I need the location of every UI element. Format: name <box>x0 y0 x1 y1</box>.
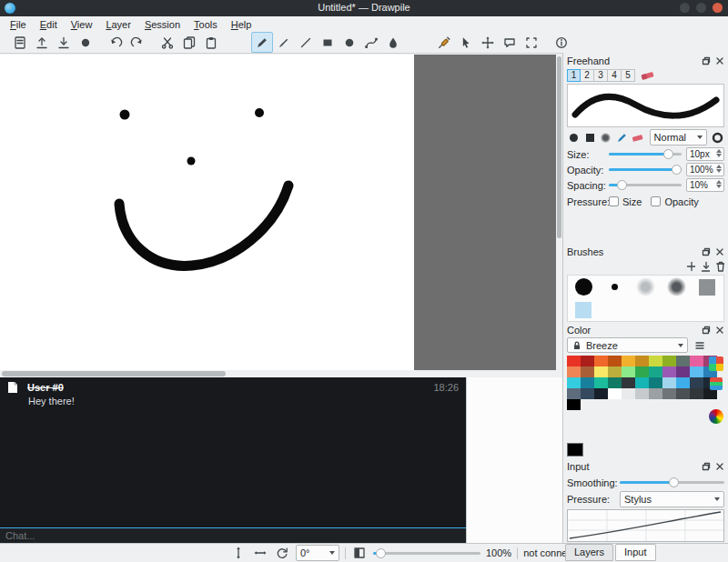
palette-swatch[interactable] <box>676 388 690 399</box>
indirect-mode-icon[interactable] <box>711 131 725 145</box>
eraser-slot-icon[interactable] <box>640 69 656 82</box>
colorpicker-tool-button[interactable] <box>433 32 455 53</box>
menu-help[interactable]: Help <box>225 18 258 31</box>
inspector-tool-button[interactable] <box>551 32 572 53</box>
line-tool-button[interactable] <box>295 32 317 53</box>
palette-swatch[interactable] <box>567 399 581 410</box>
palette-swatch[interactable] <box>594 388 608 399</box>
blend-mode-combo[interactable]: Normal <box>650 129 707 146</box>
palette-swatch[interactable] <box>622 377 635 388</box>
brush-preset[interactable] <box>599 276 630 298</box>
close-dock-icon[interactable] <box>714 246 724 256</box>
redo-button[interactable] <box>126 32 148 53</box>
eraser-mode-icon[interactable] <box>631 131 645 145</box>
horizontal-scrollbar[interactable] <box>0 370 556 377</box>
zoom-frame-tool-button[interactable] <box>521 32 542 53</box>
opacity-slider-handle[interactable] <box>672 165 682 175</box>
palette-swatch[interactable] <box>690 388 703 399</box>
float-dock-icon[interactable] <box>701 246 711 256</box>
color-sliders-tab-icon[interactable] <box>710 377 723 390</box>
palette-swatch[interactable] <box>594 377 608 388</box>
brush-preset[interactable] <box>630 276 661 298</box>
chat-input[interactable] <box>0 527 466 543</box>
palette-swatch[interactable] <box>635 377 649 388</box>
palette-swatch[interactable] <box>567 377 581 388</box>
minimize-button[interactable] <box>680 3 690 13</box>
close-dock-icon[interactable] <box>714 461 724 471</box>
menu-view[interactable]: View <box>65 18 99 31</box>
move-tool-button[interactable] <box>477 32 499 53</box>
horizontal-scrollbar-handle[interactable] <box>2 371 226 376</box>
paste-button[interactable] <box>200 32 222 53</box>
brush-slot-3[interactable]: 3 <box>594 69 608 82</box>
palette-swatch[interactable] <box>567 366 581 377</box>
new-image-button[interactable] <box>9 32 31 53</box>
maximize-button[interactable] <box>696 3 706 13</box>
brush-preset[interactable] <box>692 276 723 298</box>
cut-button[interactable] <box>157 32 178 53</box>
menu-tools[interactable]: Tools <box>187 18 224 31</box>
zoom-slider-handle[interactable] <box>376 548 386 558</box>
zoom-slider[interactable] <box>373 547 480 560</box>
color-wheel-tab-icon[interactable] <box>709 409 723 424</box>
float-dock-icon[interactable] <box>701 461 711 471</box>
smoothing-slider[interactable] <box>620 476 724 489</box>
palette-swatch[interactable] <box>649 356 662 366</box>
palette-menu-icon[interactable] <box>692 338 708 353</box>
pressure-curve[interactable] <box>567 509 724 542</box>
palette-swatch[interactable] <box>690 356 703 366</box>
menu-edit[interactable]: Edit <box>34 18 64 31</box>
palette-swatch[interactable] <box>690 377 703 388</box>
current-color-swatch[interactable] <box>567 443 583 457</box>
laser-tool-button[interactable] <box>499 32 521 53</box>
open-button[interactable] <box>31 32 53 53</box>
opacity-slider[interactable] <box>609 163 682 176</box>
palette-swatch[interactable] <box>594 366 608 377</box>
menu-layer[interactable]: Layer <box>99 18 137 31</box>
pixel-grid-icon[interactable] <box>351 546 368 561</box>
record-button[interactable] <box>75 32 96 53</box>
float-dock-icon[interactable] <box>701 325 711 335</box>
palette-swatch[interactable] <box>567 356 581 366</box>
soft-brush-icon[interactable] <box>599 131 613 145</box>
pixel-pen-icon[interactable] <box>615 131 630 145</box>
close-dock-icon[interactable] <box>714 325 724 335</box>
brush-slot-4[interactable]: 4 <box>608 69 622 82</box>
palette-swatch[interactable] <box>608 366 622 377</box>
delete-brush-icon[interactable] <box>714 261 724 271</box>
palette-swatch[interactable] <box>622 388 635 399</box>
ellipse-tool-button[interactable] <box>339 32 360 53</box>
palette-swatch[interactable] <box>581 388 594 399</box>
palette-swatch[interactable] <box>676 356 690 366</box>
fill-tool-button[interactable] <box>382 32 404 53</box>
smoothing-slider-handle[interactable] <box>669 477 679 487</box>
size-slider[interactable] <box>609 147 682 161</box>
menu-file[interactable]: File <box>4 18 33 31</box>
pressure-size-checkbox[interactable] <box>609 196 619 206</box>
menu-session[interactable]: Session <box>138 18 187 31</box>
palette-swatch[interactable] <box>622 356 635 366</box>
import-brush-icon[interactable] <box>700 261 710 271</box>
undo-button[interactable] <box>105 32 126 53</box>
save-button[interactable] <box>53 32 75 53</box>
selection-tool-button[interactable] <box>455 32 477 53</box>
freehand-tool-button[interactable] <box>251 32 273 53</box>
palette-swatch[interactable] <box>649 388 662 399</box>
rotation-combo[interactable]: 0° <box>296 545 339 561</box>
palette-swatch[interactable] <box>581 356 594 366</box>
bezier-tool-button[interactable] <box>360 32 382 53</box>
palette-swatch[interactable] <box>690 366 703 377</box>
opacity-spinbox[interactable]: 100% <box>686 163 724 176</box>
palette-swatch[interactable] <box>662 377 676 388</box>
palette-swatch[interactable] <box>608 388 622 399</box>
spacing-spinbox[interactable]: 10% <box>686 178 724 192</box>
close-dock-icon[interactable] <box>714 55 724 65</box>
close-button[interactable] <box>713 3 723 13</box>
vertical-scrollbar[interactable] <box>556 55 562 370</box>
palette-swatch[interactable] <box>622 366 635 377</box>
palette-swatch[interactable] <box>649 366 662 377</box>
pressure-opacity-checkbox[interactable] <box>651 196 661 206</box>
palette-swatch[interactable] <box>635 366 649 377</box>
tab-layers[interactable]: Layers <box>565 544 613 561</box>
palette-swatch[interactable] <box>662 388 676 399</box>
